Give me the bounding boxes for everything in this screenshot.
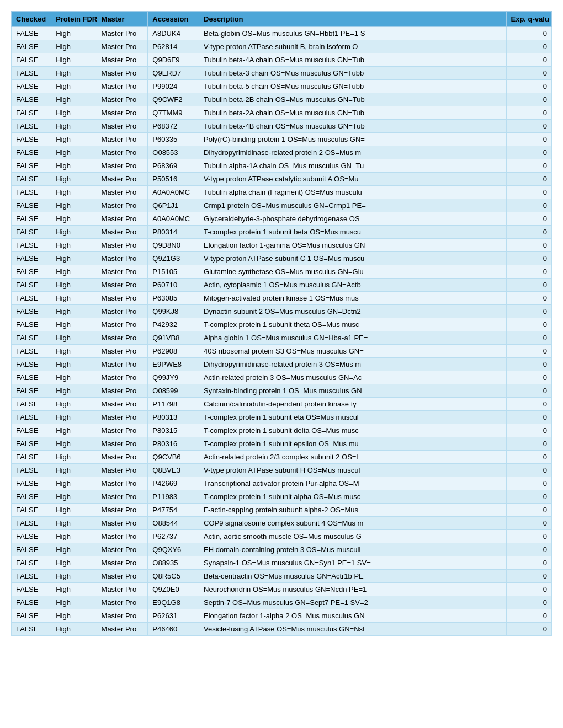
table-cell: FALSE <box>12 120 51 133</box>
table-cell: High <box>51 583 97 596</box>
table-cell: Transcriptional activator protein Pur-al… <box>199 477 506 490</box>
table-cell: High <box>51 451 97 464</box>
table-cell: FALSE <box>12 596 51 609</box>
table-cell: Crmp1 protein OS=Mus musculus GN=Crmp1 P… <box>199 199 506 212</box>
table-cell: 0 <box>506 199 552 212</box>
table-row: FALSEHighMaster ProA8DUK4Beta-globin OS=… <box>12 27 552 40</box>
table-cell: Septin-7 OS=Mus musculus GN=Sept7 PE=1 S… <box>199 596 506 609</box>
table-cell: 0 <box>506 358 552 371</box>
table-row: FALSEHighMaster ProP47754F-actin-capping… <box>12 504 552 517</box>
table-cell: Master Pro <box>97 331 148 345</box>
table-cell: FALSE <box>12 384 51 398</box>
table-cell: Alpha globin 1 OS=Mus musculus GN=Hba-a1… <box>199 331 506 345</box>
table-row: FALSEHighMaster ProE9PWE8Dihydropyrimidi… <box>12 358 552 371</box>
table-cell: 0 <box>506 398 552 411</box>
table-cell: P80314 <box>148 226 199 239</box>
table-cell: Dynactin subunit 2 OS=Mus musculus GN=Dc… <box>199 305 506 318</box>
table-cell: FALSE <box>12 212 51 226</box>
table-cell: P42669 <box>148 477 199 490</box>
protein-table: Checked Protein FDR Master Accession Des… <box>11 11 552 636</box>
table-cell: Master Pro <box>97 80 148 93</box>
table-cell: Actin, cytoplasmic 1 OS=Mus musculus GN=… <box>199 279 506 292</box>
table-row: FALSEHighMaster ProQ9QXY6EH domain-conta… <box>12 543 552 556</box>
table-cell: FALSE <box>12 451 51 464</box>
table-cell: FALSE <box>12 305 51 318</box>
table-row: FALSEHighMaster ProP63085Mitogen-activat… <box>12 292 552 305</box>
table-cell: High <box>51 530 97 543</box>
table-row: FALSEHighMaster ProP80315T-complex prote… <box>12 424 552 437</box>
table-cell: FALSE <box>12 411 51 424</box>
table-cell: 0 <box>506 173 552 186</box>
table-cell: Master Pro <box>97 583 148 596</box>
table-cell: High <box>51 543 97 556</box>
table-cell: High <box>51 609 97 623</box>
table-cell: 0 <box>506 424 552 437</box>
table-cell: Tubulin beta-5 chain OS=Mus musculus GN=… <box>199 80 506 93</box>
table-cell: Master Pro <box>97 239 148 252</box>
table-cell: High <box>51 212 97 226</box>
table-row: FALSEHighMaster ProP68369Tubulin alpha-1… <box>12 159 552 173</box>
table-cell: P50516 <box>148 173 199 186</box>
header-description: Description <box>199 12 506 27</box>
table-cell: T-complex protein 1 subunit eta OS=Mus m… <box>199 411 506 424</box>
table-cell: FALSE <box>12 623 51 636</box>
table-cell: FALSE <box>12 517 51 530</box>
table-cell: 0 <box>506 212 552 226</box>
table-row: FALSEHighMaster ProQ9D6F9Tubulin beta-4A… <box>12 53 552 67</box>
table-row: FALSEHighMaster ProQ9ERD7Tubulin beta-3 … <box>12 67 552 80</box>
table-cell: Master Pro <box>97 133 148 146</box>
table-cell: T-complex protein 1 subunit beta OS=Mus … <box>199 226 506 239</box>
table-cell: O88544 <box>148 517 199 530</box>
table-cell: FALSE <box>12 252 51 265</box>
table-row: FALSEHighMaster ProQ8BVE3V-type proton A… <box>12 464 552 477</box>
table-cell: 0 <box>506 146 552 159</box>
table-cell: FALSE <box>12 570 51 583</box>
table-cell: High <box>51 464 97 477</box>
table-cell: Master Pro <box>97 159 148 173</box>
table-cell: Tubulin alpha-1A chain OS=Mus musculus G… <box>199 159 506 173</box>
table-cell: 40S ribosomal protein S3 OS=Mus musculus… <box>199 345 506 358</box>
table-cell: Master Pro <box>97 371 148 384</box>
table-cell: Master Pro <box>97 120 148 133</box>
table-cell: Q9QXY6 <box>148 543 199 556</box>
table-cell: FALSE <box>12 371 51 384</box>
table-row: FALSEHighMaster ProP15105Glutamine synth… <box>12 265 552 279</box>
table-row: FALSEHighMaster ProA0A0A0MCTubulin alpha… <box>12 186 552 199</box>
table-cell: Beta-centractin OS=Mus musculus GN=Actr1… <box>199 570 506 583</box>
table-cell: High <box>51 570 97 583</box>
table-cell: Tubulin beta-2A chain OS=Mus musculus GN… <box>199 106 506 120</box>
table-cell: Master Pro <box>97 504 148 517</box>
table-cell: Q6P1J1 <box>148 199 199 212</box>
table-cell: P62737 <box>148 530 199 543</box>
table-cell: FALSE <box>12 40 51 53</box>
table-row: FALSEHighMaster ProQ91VB8Alpha globin 1 … <box>12 331 552 345</box>
table-cell: FALSE <box>12 504 51 517</box>
table-cell: Master Pro <box>97 93 148 106</box>
table-row: FALSEHighMaster ProO88544COP9 signalosom… <box>12 517 552 530</box>
table-cell: 0 <box>506 411 552 424</box>
table-cell: P15105 <box>148 265 199 279</box>
table-cell: P62814 <box>148 40 199 53</box>
table-cell: High <box>51 199 97 212</box>
table-cell: V-type proton ATPase subunit H OS=Mus mu… <box>199 464 506 477</box>
table-cell: V-type proton ATPase subunit C 1 OS=Mus … <box>199 252 506 265</box>
table-cell: FALSE <box>12 556 51 570</box>
table-cell: Master Pro <box>97 252 148 265</box>
table-row: FALSEHighMaster ProQ99JY9Actin-related p… <box>12 371 552 384</box>
table-cell: Q8BVE3 <box>148 464 199 477</box>
table-cell: Master Pro <box>97 464 148 477</box>
table-cell: High <box>51 186 97 199</box>
table-cell: Master Pro <box>97 173 148 186</box>
table-cell: 0 <box>506 583 552 596</box>
table-cell: Glutamine synthetase OS=Mus musculus GN=… <box>199 265 506 279</box>
table-cell: FALSE <box>12 318 51 331</box>
table-cell: Q8R5C5 <box>148 570 199 583</box>
table-row: FALSEHighMaster ProP60335Poly(rC)-bindin… <box>12 133 552 146</box>
table-cell: FALSE <box>12 424 51 437</box>
table-cell: Master Pro <box>97 530 148 543</box>
table-cell: FALSE <box>12 345 51 358</box>
table-cell: High <box>51 40 97 53</box>
table-row: FALSEHighMaster ProE9Q1G8Septin-7 OS=Mus… <box>12 596 552 609</box>
table-cell: Master Pro <box>97 517 148 530</box>
table-cell: Neurochondrin OS=Mus musculus GN=Ncdn PE… <box>199 583 506 596</box>
